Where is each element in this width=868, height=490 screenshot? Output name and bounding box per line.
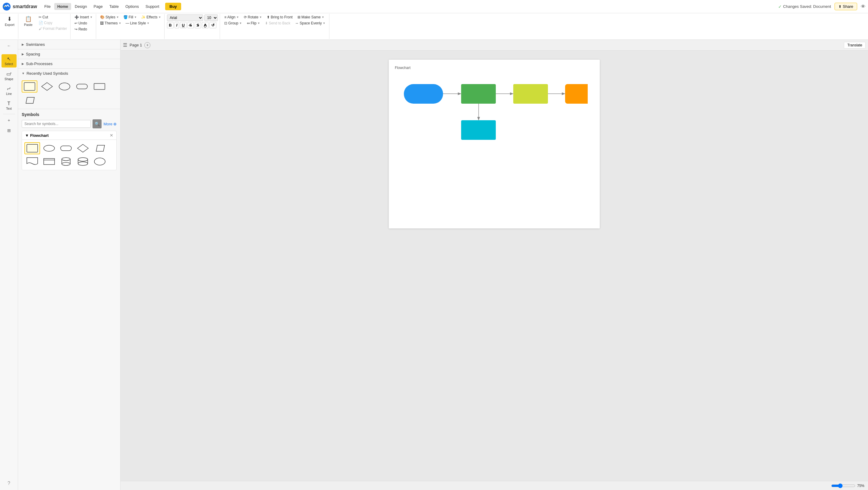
nav-support[interactable]: Support xyxy=(143,3,162,10)
fc-oval2[interactable] xyxy=(92,155,107,167)
select-tool[interactable]: ↖ Select xyxy=(1,54,17,67)
export-button[interactable]: ⬇ Export xyxy=(3,14,16,28)
svg-rect-25 xyxy=(461,84,496,104)
fc-parallelogram[interactable] xyxy=(92,142,107,154)
recently-used-rect-small[interactable] xyxy=(92,81,107,93)
flip-button[interactable]: ⇔ Flip ▼ xyxy=(245,21,262,26)
spacing-header[interactable]: ▶ Spacing xyxy=(18,50,120,59)
shape-tool[interactable]: ▭ ▾ Shape xyxy=(1,69,17,83)
swimlanes-header[interactable]: ▶ Swimlanes xyxy=(18,40,120,49)
make-same-button[interactable]: ⊞ Make Same ▼ xyxy=(296,14,326,20)
fc-rect[interactable] xyxy=(24,142,40,154)
fc-data-store[interactable] xyxy=(41,155,57,167)
undo-button[interactable]: ↩ Undo xyxy=(73,21,89,26)
redo-button[interactable]: ↪ Redo xyxy=(73,27,89,32)
nav-file[interactable]: File xyxy=(41,3,54,10)
bring-to-front-button[interactable]: ⬆ Bring to Front xyxy=(265,14,294,20)
translate-button[interactable]: Translate xyxy=(844,42,866,49)
zoom-slider[interactable] xyxy=(831,483,855,488)
fc-rounded-rect[interactable] xyxy=(58,142,74,154)
strikethrough2-button[interactable]: S̷ xyxy=(195,22,201,28)
recently-used-diamond[interactable] xyxy=(39,81,55,93)
svg-point-9 xyxy=(44,145,55,151)
help-button[interactable]: ? xyxy=(4,479,14,488)
font-name-select[interactable]: Arial xyxy=(167,14,203,21)
insert-button[interactable]: ➕ Insert ▼ xyxy=(73,14,94,20)
underline-button[interactable]: U xyxy=(180,22,186,28)
page-name: Page 1 xyxy=(130,43,142,47)
text-tool[interactable]: T Text xyxy=(1,99,17,112)
line-style-button[interactable]: — Line Style ▼ xyxy=(124,21,151,26)
effects-button[interactable]: ✨ Effects ▼ xyxy=(140,14,162,20)
make-same-icon: ⊞ xyxy=(298,15,301,19)
recently-used-rounded-wide[interactable] xyxy=(74,81,90,93)
space-evenly-button[interactable]: ↔ Space Evenly ▼ xyxy=(293,21,327,26)
effects-icon: ✨ xyxy=(141,15,146,19)
align-button[interactable]: ≡ Align ▼ xyxy=(222,14,241,20)
reset-format-button[interactable]: ↺ xyxy=(210,22,216,28)
bold-button[interactable]: B xyxy=(167,22,173,28)
rotate-button[interactable]: ⟳ Rotate ▼ xyxy=(242,14,264,20)
styles-button[interactable]: 🎨 Styles ▼ xyxy=(98,14,121,20)
cut-button[interactable]: ✂ Cut xyxy=(37,14,68,20)
font-size-select[interactable]: 10 xyxy=(204,14,218,21)
themes-button[interactable]: 🖼 Themes ▼ xyxy=(98,21,123,26)
recently-used-header[interactable]: ▼ Recently Used Symbols xyxy=(18,69,120,78)
symbols-more-button[interactable]: More ⊕ xyxy=(103,122,117,126)
italic-button[interactable]: I xyxy=(175,22,179,28)
buy-button[interactable]: Buy xyxy=(165,3,181,10)
fc-cylinder2[interactable] xyxy=(75,155,91,167)
send-to-back-icon: ⬇ xyxy=(265,21,268,25)
hamburger-menu[interactable]: ☰ xyxy=(123,42,127,48)
recently-used-parallelogram[interactable] xyxy=(22,94,37,106)
flowchart-symbols-grid xyxy=(22,140,116,170)
nav-page[interactable]: Page xyxy=(90,3,105,10)
share-button[interactable]: ⬆ Share xyxy=(835,3,857,10)
fc-document[interactable] xyxy=(24,155,40,167)
recently-used-rect[interactable] xyxy=(22,81,37,93)
redo-icon: ↪ xyxy=(74,27,78,31)
rotate-icon: ⟳ xyxy=(244,15,247,19)
svg-rect-10 xyxy=(61,146,71,151)
send-to-back-button[interactable]: ⬇ Send to Back xyxy=(263,21,292,26)
styles-icon: 🎨 xyxy=(100,15,104,19)
fc-cylinder[interactable] xyxy=(58,155,74,167)
fill-button[interactable]: 🪣 Fill ▼ xyxy=(122,14,138,20)
nav-options[interactable]: Options xyxy=(122,3,142,10)
paste-button[interactable]: 📋 Paste xyxy=(21,14,36,28)
flowchart-panel-title: ▼ Flowchart xyxy=(25,133,49,138)
ribbon-group-insert-undo: ➕ Insert ▼ ↩ Undo ↪ Redo xyxy=(71,14,96,39)
flowchart-panel-close[interactable]: ✕ xyxy=(110,133,113,138)
app-name: smartdraw xyxy=(13,4,37,9)
strikethrough-button[interactable]: S̶ xyxy=(187,22,194,28)
fc-oval[interactable] xyxy=(41,142,57,154)
sub-processes-header[interactable]: ▶ Sub-Processes xyxy=(18,59,120,68)
svg-rect-24 xyxy=(404,84,443,104)
flowchart-chevron: ▼ xyxy=(25,133,29,138)
paste-icon: 📋 xyxy=(25,16,32,22)
topbar: smartdraw File Home Design Page Table Op… xyxy=(0,0,868,13)
group-button[interactable]: ⊡ Group ▼ xyxy=(222,21,244,26)
recently-used-oval[interactable] xyxy=(57,81,72,93)
canvas-area: ☰ Page 1 + Translate Flowchart xyxy=(121,40,868,490)
layers-tool[interactable]: ⊞ xyxy=(4,126,14,135)
symbols-search-input[interactable] xyxy=(22,120,91,128)
add-page-tool[interactable]: + xyxy=(4,116,14,124)
nav-home[interactable]: Home xyxy=(54,3,71,10)
nav-table[interactable]: Table xyxy=(106,3,122,10)
preview-icon[interactable]: 👁 xyxy=(861,4,866,9)
back-arrow[interactable]: ← xyxy=(6,42,12,49)
svg-point-4 xyxy=(59,83,70,90)
svg-marker-7 xyxy=(26,97,34,103)
nav-design[interactable]: Design xyxy=(72,3,90,10)
add-page-button[interactable]: + xyxy=(144,42,150,48)
symbols-search-button[interactable]: 🔍 xyxy=(93,119,101,128)
fc-diamond[interactable] xyxy=(75,142,91,154)
changes-saved-status: ✓ Changes Saved: Document xyxy=(778,4,831,9)
text-color-button[interactable]: A̲ xyxy=(202,22,209,28)
line-tool[interactable]: ⌐ ▾ Line xyxy=(1,84,17,97)
format-painter-button[interactable]: 🖌 Format Painter xyxy=(37,26,68,31)
canvas[interactable]: Flowchart xyxy=(121,51,868,481)
copy-button[interactable]: 📄 Copy xyxy=(37,20,68,26)
format-painter-icon: 🖌 xyxy=(38,27,42,31)
